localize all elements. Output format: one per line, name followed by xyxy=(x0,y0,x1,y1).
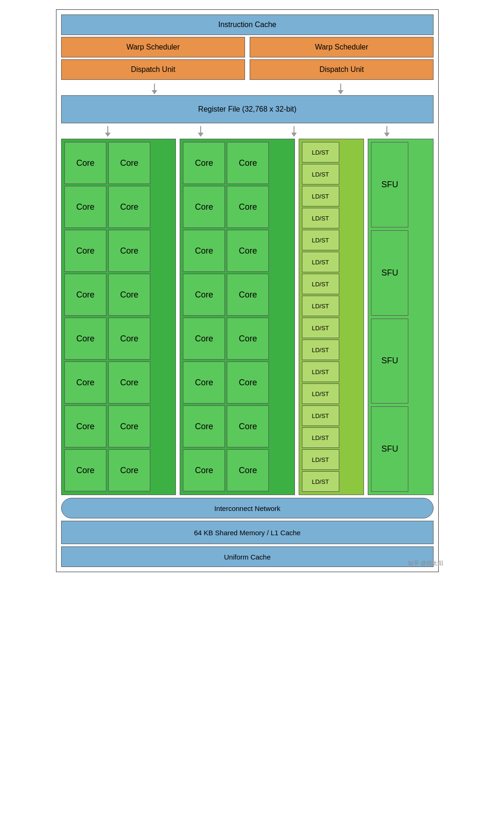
sfu-cell-2: SFU xyxy=(371,230,408,316)
core-cell: Core xyxy=(108,318,150,360)
diagram-container: Instruction Cache Warp Scheduler Warp Sc… xyxy=(56,9,439,572)
core-cell: Core xyxy=(227,449,269,491)
core-cell: Core xyxy=(183,186,225,228)
core-row-2-6: Core Core xyxy=(183,361,291,404)
core-cell: Core xyxy=(64,318,106,360)
core-row-2-1: Core Core xyxy=(183,142,291,184)
ldst-cell: LD/ST xyxy=(302,230,339,250)
sfu-cell-3: SFU xyxy=(371,319,408,404)
arrow-1 xyxy=(152,84,157,94)
core-cell: Core xyxy=(183,449,225,491)
sfu-cell-1: SFU xyxy=(371,142,408,227)
core-cell: Core xyxy=(227,318,269,360)
ldst-cell: LD/ST xyxy=(302,252,339,272)
core-cell: Core xyxy=(64,142,106,184)
core-cell: Core xyxy=(183,405,225,447)
dispatch-arrows xyxy=(61,83,434,95)
sfu-group: SFU SFU SFU SFU xyxy=(368,139,434,495)
top-section: Instruction Cache Warp Scheduler Warp Sc… xyxy=(61,14,434,80)
watermark-text: 知乎 @捏太阳 xyxy=(408,560,443,567)
uniform-cache-label: Uniform Cache xyxy=(224,553,271,561)
warp-row: Warp Scheduler Warp Scheduler xyxy=(61,37,434,57)
core-cell: Core xyxy=(64,449,106,491)
dispatch-unit-2-label: Dispatch Unit xyxy=(319,65,364,74)
core-cell: Core xyxy=(183,361,225,404)
core-row-1-1: Core Core xyxy=(64,142,173,184)
core-row-1-3: Core Core xyxy=(64,230,173,272)
warp-scheduler-2-label: Warp Scheduler xyxy=(315,43,368,51)
core-row-1-5: Core Core xyxy=(64,318,173,360)
core-cell: Core xyxy=(108,361,150,404)
core-row-2-7: Core Core xyxy=(183,405,291,447)
core-cell: Core xyxy=(108,230,150,272)
ldst-cell: LD/ST xyxy=(302,471,339,492)
core-cell: Core xyxy=(227,230,269,272)
core-cell: Core xyxy=(227,405,269,447)
interconnect-label: Interconnect Network xyxy=(214,504,280,512)
core-cell: Core xyxy=(227,274,269,316)
core-row-2-2: Core Core xyxy=(183,186,291,228)
ldst-cell: LD/ST xyxy=(302,208,339,228)
warp-scheduler-1-block: Warp Scheduler xyxy=(61,37,245,57)
instruction-cache-block: Instruction Cache xyxy=(61,14,434,35)
register-file-label: Register File (32,768 x 32-bit) xyxy=(198,105,297,113)
core-cell: Core xyxy=(227,142,269,184)
dispatch-unit-2-block: Dispatch Unit xyxy=(250,59,434,80)
ldst-cell: LD/ST xyxy=(302,383,339,404)
core-cell: Core xyxy=(108,449,150,491)
ldst-cell: LD/ST xyxy=(302,164,339,184)
core-row-2-8: Core Core xyxy=(183,449,291,491)
sfu-cell-4: SFU xyxy=(371,406,408,492)
ldst-cell: LD/ST xyxy=(302,318,339,338)
core-cell: Core xyxy=(64,274,106,316)
ldst-cell: LD/ST xyxy=(302,340,339,360)
ldst-cell: LD/ST xyxy=(302,449,339,470)
core-cell: Core xyxy=(183,274,225,316)
ldst-cell: LD/ST xyxy=(302,427,339,448)
core-cell: Core xyxy=(64,405,106,447)
core-cell: Core xyxy=(64,361,106,404)
dispatch-unit-1-label: Dispatch Unit xyxy=(131,65,175,74)
core-row-1-6: Core Core xyxy=(64,361,173,404)
core-cell: Core xyxy=(108,274,150,316)
cores-section: Core Core Core Core Core Core Core Core … xyxy=(61,139,434,495)
ldst-cell: LD/ST xyxy=(302,142,339,163)
core-group-2: Core Core Core Core Core Core Core Core … xyxy=(180,139,294,495)
ldst-cell: LD/ST xyxy=(302,186,339,206)
dispatch-unit-1-block: Dispatch Unit xyxy=(61,59,245,80)
shared-memory-label: 64 KB Shared Memory / L1 Cache xyxy=(194,529,301,537)
instruction-cache-label: Instruction Cache xyxy=(218,21,277,29)
reg-arrow-3 xyxy=(291,126,297,137)
core-row-2-4: Core Core xyxy=(183,274,291,316)
core-cell: Core xyxy=(227,186,269,228)
diagram-wrapper: Instruction Cache Warp Scheduler Warp Sc… xyxy=(56,9,448,572)
dispatch-row: Dispatch Unit Dispatch Unit xyxy=(61,59,434,80)
register-file-block: Register File (32,768 x 32-bit) xyxy=(61,95,434,123)
uniform-cache-block: Uniform Cache xyxy=(61,546,434,567)
core-row-1-4: Core Core xyxy=(64,274,173,316)
core-cell: Core xyxy=(108,186,150,228)
warp-scheduler-2-block: Warp Scheduler xyxy=(250,37,434,57)
core-cell: Core xyxy=(183,142,225,184)
core-cell: Core xyxy=(64,230,106,272)
reg-arrow-2 xyxy=(198,126,203,137)
reg-arrow-4 xyxy=(384,126,390,137)
ldst-cell: LD/ST xyxy=(302,296,339,316)
core-cell: Core xyxy=(108,405,150,447)
core-group-1: Core Core Core Core Core Core Core Core … xyxy=(61,139,176,495)
ldst-cell: LD/ST xyxy=(302,361,339,382)
shared-memory-block: 64 KB Shared Memory / L1 Cache xyxy=(61,521,434,544)
core-cell: Core xyxy=(64,186,106,228)
core-row-2-5: Core Core xyxy=(183,318,291,360)
core-cell: Core xyxy=(183,318,225,360)
arrow-2 xyxy=(338,84,343,94)
interconnect-block: Interconnect Network xyxy=(61,498,434,518)
core-row-1-7: Core Core xyxy=(64,405,173,447)
core-row-2-3: Core Core xyxy=(183,230,291,272)
watermark: 知乎 @捏太阳 xyxy=(408,560,443,567)
core-cell: Core xyxy=(227,361,269,404)
core-cell: Core xyxy=(183,230,225,272)
core-row-1-2: Core Core xyxy=(64,186,173,228)
ldst-cell: LD/ST xyxy=(302,274,339,294)
warp-scheduler-1-label: Warp Scheduler xyxy=(126,43,180,51)
